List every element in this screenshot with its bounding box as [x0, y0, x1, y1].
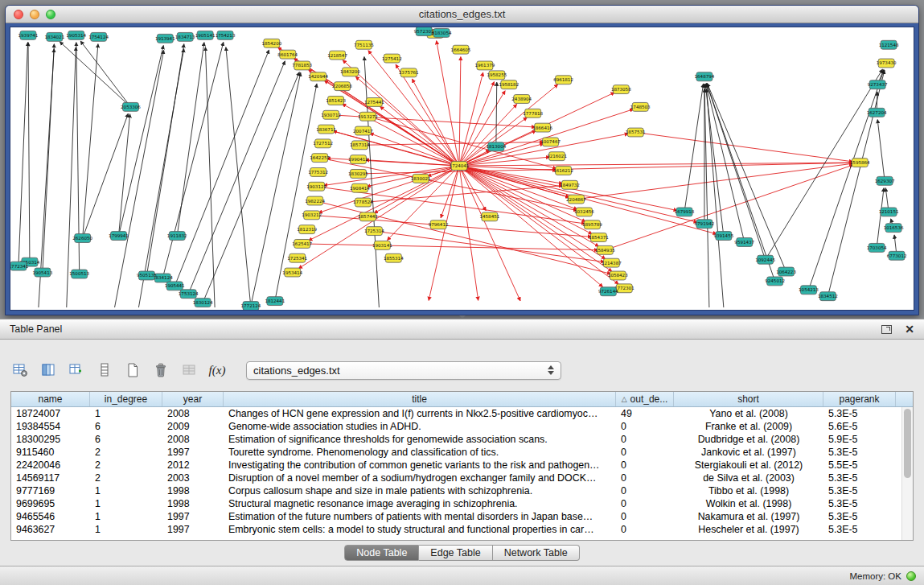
graph-node[interactable]: 1854200 — [261, 39, 281, 47]
network-canvas[interactable]: 1724041112543016646051961379195825519581… — [10, 27, 914, 310]
graph-node[interactable]: 1775312 — [308, 168, 328, 177]
graph-node[interactable]: 6791942 — [695, 220, 715, 229]
graph-node[interactable]: 1724041 — [450, 162, 470, 171]
graph-node[interactable]: 1939741 — [18, 31, 39, 39]
graph-node[interactable]: 9273437 — [868, 80, 888, 89]
graph-node[interactable]: 1703054 — [867, 243, 887, 252]
zoom-window-icon[interactable] — [46, 10, 55, 19]
table-row[interactable]: 977716911998Corpus callosum shape and si… — [11, 484, 901, 497]
graph-node[interactable]: 1092445 — [755, 255, 775, 264]
table-row[interactable]: 969969511998Structural magnetic resonanc… — [11, 497, 901, 510]
graph-node[interactable]: 1903212 — [302, 211, 322, 220]
graph-node[interactable]: 1834713 — [175, 32, 195, 41]
graph-node[interactable]: 1016536 — [884, 224, 904, 233]
graph-node[interactable]: 1595864 — [850, 159, 870, 167]
graph-node[interactable]: 1834512 — [818, 292, 838, 301]
graph-node[interactable]: 1836711 — [316, 125, 336, 134]
graph-node[interactable]: 1275412 — [382, 54, 402, 63]
graph-node[interactable]: 1725314 — [364, 227, 384, 236]
table-row[interactable]: 1938455462009Genome-wide association stu… — [11, 420, 901, 433]
graph-node[interactable]: 1627204 — [867, 108, 887, 117]
graph-node[interactable]: 1772124 — [241, 302, 261, 310]
select-columns-button[interactable] — [38, 360, 59, 381]
graph-node[interactable]: 1727512 — [313, 139, 333, 148]
graph-node[interactable]: 1982224 — [305, 196, 325, 205]
graph-node[interactable]: 1958255 — [487, 71, 507, 80]
graph-node[interactable]: 2204867 — [566, 195, 586, 204]
graph-node[interactable]: 1953414 — [282, 268, 302, 277]
column-header-out_degree[interactable]: △out_de... — [616, 392, 674, 406]
column-header-in_degree[interactable]: in_degree — [90, 392, 162, 406]
graph-node[interactable]: 1616212 — [553, 167, 573, 175]
graph-node[interactable]: 1905413 — [32, 268, 52, 277]
graph-node[interactable]: 2206858 — [332, 82, 352, 91]
graph-node[interactable]: 8601764 — [277, 50, 298, 59]
graph-node[interactable]: 1648794 — [695, 72, 715, 81]
graph-node[interactable]: 1420944 — [308, 72, 328, 81]
graph-node[interactable]: 6961812 — [553, 76, 573, 84]
delete-table-button[interactable] — [150, 360, 171, 381]
function-builder-button[interactable]: f(x) — [207, 360, 228, 381]
graph-node[interactable]: 1930712 — [321, 110, 341, 119]
graph-node[interactable]: 1866416 — [532, 123, 552, 132]
graph-node[interactable]: 2626050 — [72, 234, 92, 243]
graph-node[interactable]: 1905314 — [66, 31, 86, 39]
graph-node[interactable]: 6773012 — [887, 251, 907, 260]
graph-node[interactable]: 1913272 — [358, 112, 378, 121]
graph-node[interactable]: 1032456 — [574, 208, 594, 216]
column-header-short[interactable]: short — [674, 392, 823, 406]
column-header-name[interactable]: name — [11, 392, 90, 406]
new-column-button[interactable] — [66, 360, 87, 381]
graph-node[interactable]: 2007417 — [353, 126, 373, 135]
graph-node[interactable]: 1275441 — [364, 98, 384, 107]
graph-node[interactable]: 1830295 — [348, 169, 368, 178]
graph-node[interactable]: 1754213 — [216, 31, 236, 39]
graph-node[interactable]: 1664605 — [451, 45, 471, 54]
graph-node[interactable]: 1830021 — [411, 174, 431, 183]
graph-node[interactable]: 9796412 — [429, 220, 449, 229]
minimize-window-icon[interactable] — [30, 10, 39, 19]
graph-node[interactable]: 1830124 — [193, 299, 213, 307]
graph-node[interactable]: 9245012 — [765, 277, 785, 286]
graph-node[interactable]: 1913941 — [155, 34, 175, 43]
column-header-year[interactable]: year — [162, 392, 224, 406]
graph-node[interactable]: 1911832 — [167, 232, 187, 241]
graph-node[interactable]: 1843200 — [340, 68, 360, 76]
row-height-button[interactable] — [94, 360, 115, 381]
graph-node[interactable]: 7781853 — [292, 61, 312, 70]
float-panel-icon[interactable] — [881, 325, 892, 334]
graph-node[interactable]: 1961379 — [474, 61, 495, 70]
table-source-dropdown[interactable]: citations_edges.txt — [246, 361, 561, 380]
graph-node[interactable]: 1990412 — [348, 155, 368, 164]
graph-node[interactable]: 2053306 — [121, 102, 141, 111]
network-view[interactable]: 1724041112543016646051961379195825519581… — [10, 27, 914, 311]
graph-node[interactable]: 1218547 — [327, 51, 347, 60]
graph-node[interactable]: 2438904 — [511, 95, 532, 104]
table-mode-button[interactable] — [10, 360, 31, 381]
graph-node[interactable]: 1642257 — [310, 154, 330, 163]
graph-node[interactable]: 1908414 — [350, 183, 370, 192]
graph-node[interactable]: 9726144 — [598, 287, 618, 296]
graph-node[interactable]: 1834021 — [44, 32, 64, 41]
graph-node[interactable]: 1054213 — [799, 286, 819, 295]
graph-node[interactable]: 1748503 — [630, 102, 651, 111]
table-scrollbar[interactable] — [901, 407, 913, 540]
graph-node[interactable]: 1849732 — [560, 180, 580, 189]
graph-node[interactable]: 1813004 — [486, 142, 506, 151]
graph-node[interactable]: 1214387 — [602, 258, 622, 267]
table-row[interactable]: 911546021997Tourette syndrome. Phenomeno… — [11, 446, 901, 459]
graph-node[interactable]: 1812319 — [297, 225, 317, 234]
graph-node[interactable]: 1905441 — [165, 282, 185, 290]
table-row[interactable]: 946362711997Embryonic stem cells: a mode… — [11, 523, 901, 536]
graph-node[interactable]: 9391455 — [713, 232, 733, 241]
graph-node[interactable]: 1007467 — [540, 138, 561, 146]
graph-node[interactable]: 1903121 — [306, 182, 326, 191]
graph-node[interactable]: 1629307 — [875, 176, 895, 185]
graph-node[interactable]: 1854371 — [589, 233, 609, 242]
graph-node[interactable]: 1210151 — [879, 208, 899, 216]
graph-node[interactable]: 9505135 — [137, 271, 157, 280]
graph-node[interactable]: 1973430 — [877, 59, 897, 68]
graph-node[interactable]: 1857314 — [350, 141, 370, 150]
table-row[interactable]: 2242004622012Investigating the contribut… — [11, 459, 901, 472]
graph-node[interactable]: 9591437 — [734, 238, 754, 247]
